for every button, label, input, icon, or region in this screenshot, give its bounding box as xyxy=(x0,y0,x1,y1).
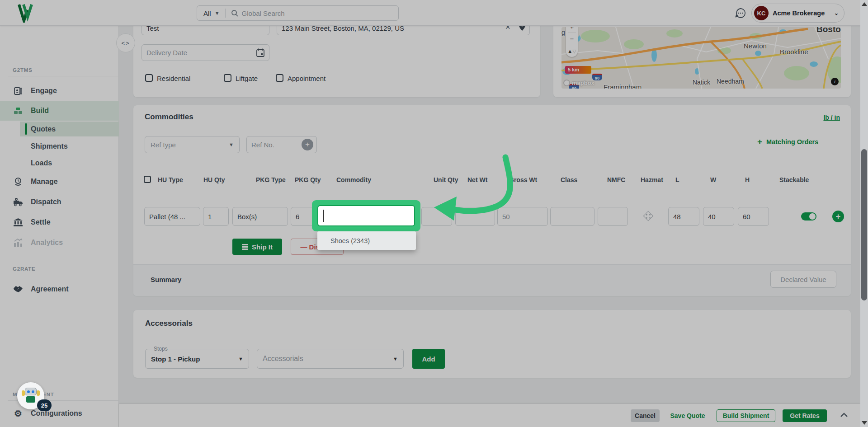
assistant-badge: 25 xyxy=(37,399,52,411)
scrollbar-thumb[interactable] xyxy=(861,149,867,300)
tutorial-highlight-frame xyxy=(312,200,420,231)
scroll-down-arrow[interactable] xyxy=(862,421,867,425)
text-caret xyxy=(323,210,324,222)
commodity-option[interactable]: Shoes (2343) xyxy=(317,237,370,244)
tutorial-dim-overlay xyxy=(0,0,868,427)
assistant-widget[interactable]: 25 xyxy=(17,382,44,409)
app-canvas: All ▼ KC Acme Brokerage ⌄ G2TMS xyxy=(0,0,868,427)
commodity-dropdown: Shoes (2343) xyxy=(317,231,416,250)
scroll-up-arrow[interactable] xyxy=(862,2,867,6)
page-scrollbar[interactable] xyxy=(860,0,868,427)
commodity-input[interactable] xyxy=(317,205,415,226)
